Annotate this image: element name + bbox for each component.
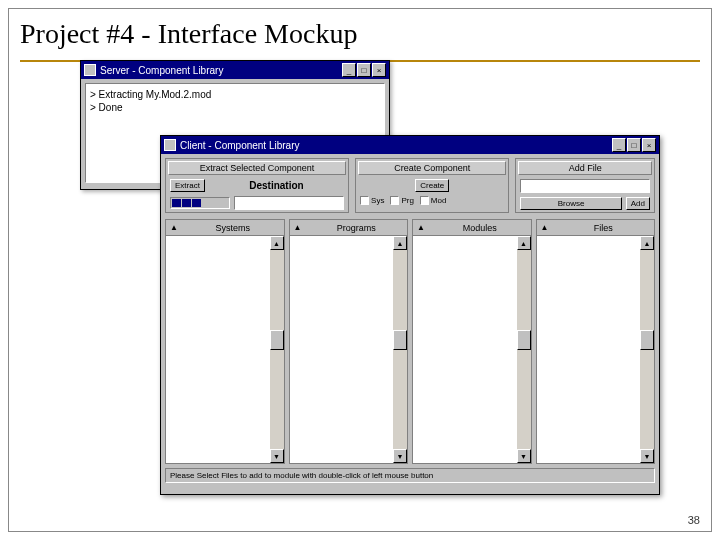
- sort-up-icon[interactable]: ▲: [413, 223, 429, 232]
- app-icon: [84, 64, 96, 76]
- scroll-thumb[interactable]: [393, 330, 407, 350]
- scroll-up-icon[interactable]: ▲: [393, 236, 407, 250]
- extract-button[interactable]: Extract: [170, 179, 205, 192]
- scroll-down-icon[interactable]: ▼: [640, 449, 654, 463]
- scrollbar[interactable]: ▲ ▼: [640, 236, 654, 463]
- mod-checkbox[interactable]: [420, 196, 429, 205]
- files-column: ▲ Files ▲ ▼: [536, 219, 656, 464]
- client-window: Client - Component Library _ □ × Extract…: [160, 135, 660, 495]
- modules-list[interactable]: ▲ ▼: [413, 236, 531, 463]
- add-button[interactable]: Add: [626, 197, 650, 210]
- systems-list[interactable]: ▲ ▼: [166, 236, 284, 463]
- sys-label: Sys: [371, 196, 384, 205]
- scrollbar[interactable]: ▲ ▼: [517, 236, 531, 463]
- log-line: > Done: [90, 101, 380, 114]
- add-file-section: Add File Browse Add: [515, 158, 655, 213]
- destination-label: Destination: [209, 180, 344, 191]
- log-line: > Extracting My.Mod.2.mod: [90, 88, 380, 101]
- scroll-down-icon[interactable]: ▼: [393, 449, 407, 463]
- scroll-thumb[interactable]: [517, 330, 531, 350]
- create-section-label: Create Component: [358, 161, 506, 175]
- systems-col-title: Systems: [182, 223, 284, 233]
- maximize-button[interactable]: □: [357, 63, 371, 77]
- scroll-down-icon[interactable]: ▼: [517, 449, 531, 463]
- close-button[interactable]: ×: [642, 138, 656, 152]
- close-button[interactable]: ×: [372, 63, 386, 77]
- client-titlebar[interactable]: Client - Component Library _ □ ×: [161, 136, 659, 154]
- title-bar: Project #4 - Interface Mockup: [20, 10, 700, 62]
- scroll-thumb[interactable]: [270, 330, 284, 350]
- minimize-button[interactable]: _: [342, 63, 356, 77]
- modules-col-title: Modules: [429, 223, 531, 233]
- top-sections: Extract Selected Component Extract Desti…: [165, 158, 655, 213]
- minimize-button[interactable]: _: [612, 138, 626, 152]
- files-list[interactable]: ▲ ▼: [537, 236, 655, 463]
- app-icon: [164, 139, 176, 151]
- programs-col-title: Programs: [306, 223, 408, 233]
- server-window-title: Server - Component Library: [100, 65, 342, 76]
- columns-container: ▲ Systems ▲ ▼ ▲ Programs: [165, 219, 655, 464]
- systems-column: ▲ Systems ▲ ▼: [165, 219, 285, 464]
- scrollbar[interactable]: ▲ ▼: [393, 236, 407, 463]
- extract-section-label: Extract Selected Component: [168, 161, 346, 175]
- sort-up-icon[interactable]: ▲: [290, 223, 306, 232]
- type-checks: Sys Prg Mod: [358, 196, 506, 205]
- maximize-button[interactable]: □: [627, 138, 641, 152]
- programs-list[interactable]: ▲ ▼: [290, 236, 408, 463]
- scroll-up-icon[interactable]: ▲: [517, 236, 531, 250]
- progress-bar: [170, 197, 230, 209]
- scroll-up-icon[interactable]: ▲: [270, 236, 284, 250]
- sort-up-icon[interactable]: ▲: [537, 223, 553, 232]
- scroll-down-icon[interactable]: ▼: [270, 449, 284, 463]
- destination-field[interactable]: [234, 196, 344, 210]
- files-col-title: Files: [553, 223, 655, 233]
- add-file-section-label: Add File: [518, 161, 652, 175]
- create-section: Create Component Create Sys Prg Mod: [355, 158, 509, 213]
- create-button[interactable]: Create: [415, 179, 449, 192]
- prg-checkbox[interactable]: [390, 196, 399, 205]
- browse-button[interactable]: Browse: [520, 197, 621, 210]
- status-bar: Please Select Files to add to module wit…: [165, 468, 655, 483]
- programs-column: ▲ Programs ▲ ▼: [289, 219, 409, 464]
- slide-title: Project #4 - Interface Mockup: [20, 10, 700, 58]
- client-window-title: Client - Component Library: [180, 140, 612, 151]
- scrollbar[interactable]: ▲ ▼: [270, 236, 284, 463]
- server-titlebar[interactable]: Server - Component Library _ □ ×: [81, 61, 389, 79]
- page-number: 38: [688, 514, 700, 526]
- extract-section: Extract Selected Component Extract Desti…: [165, 158, 349, 213]
- scroll-up-icon[interactable]: ▲: [640, 236, 654, 250]
- mod-label: Mod: [431, 196, 447, 205]
- file-path-field[interactable]: [520, 179, 650, 193]
- prg-label: Prg: [401, 196, 413, 205]
- sort-up-icon[interactable]: ▲: [166, 223, 182, 232]
- sys-checkbox[interactable]: [360, 196, 369, 205]
- scroll-thumb[interactable]: [640, 330, 654, 350]
- modules-column: ▲ Modules ▲ ▼: [412, 219, 532, 464]
